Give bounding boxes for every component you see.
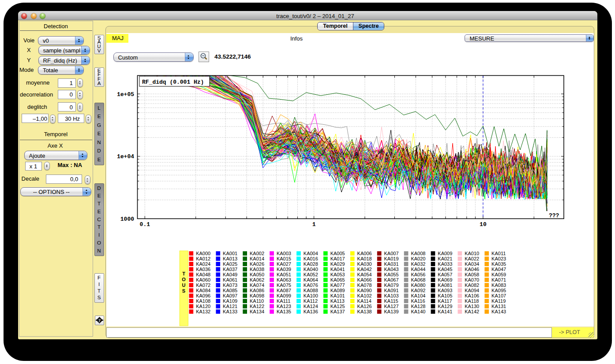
svg-text:KA120: KA120: [196, 304, 210, 309]
svg-text:KA045: KA045: [438, 267, 452, 272]
svg-text:KA038: KA038: [250, 267, 264, 272]
svg-text:KA132: KA132: [196, 309, 210, 314]
svg-text:KA100: KA100: [304, 293, 318, 298]
svg-text:KA104: KA104: [411, 293, 425, 298]
svg-text:KA080: KA080: [411, 282, 425, 288]
svg-text:KA125: KA125: [330, 304, 345, 309]
svg-text:KA058: KA058: [465, 272, 479, 277]
svg-text:KA078: KA078: [357, 282, 372, 288]
svg-text:KA079: KA079: [384, 282, 399, 288]
svg-text:KA062: KA062: [250, 277, 264, 282]
svg-text:KA023: KA023: [491, 256, 506, 261]
svg-text:KA012: KA012: [196, 256, 210, 261]
svg-text:KA122: KA122: [250, 304, 264, 309]
svg-text:KA046: KA046: [465, 267, 479, 272]
svg-text:KA107: KA107: [491, 293, 506, 298]
svg-text:KA119: KA119: [491, 298, 506, 304]
svg-text:KA126: KA126: [357, 304, 372, 309]
svg-text:KA143: KA143: [491, 309, 506, 314]
svg-text:KA011: KA011: [491, 251, 506, 256]
svg-text:0.1: 0.1: [140, 221, 150, 228]
svg-text:KA108: KA108: [196, 298, 210, 304]
svg-text:KA064: KA064: [304, 277, 318, 282]
svg-text:KA041: KA041: [330, 267, 345, 272]
svg-text:1e+05: 1e+05: [117, 91, 134, 98]
svg-text:KA015: KA015: [277, 256, 291, 261]
svg-text:KA086: KA086: [250, 288, 264, 293]
svg-text:KA135: KA135: [277, 309, 291, 314]
svg-text:KA139: KA139: [384, 309, 399, 314]
svg-text:KA109: KA109: [223, 298, 237, 304]
svg-text:KA043: KA043: [384, 267, 399, 272]
svg-text:KA105: KA105: [438, 293, 452, 298]
svg-text:KA073: KA073: [223, 282, 237, 288]
svg-text:KA019: KA019: [384, 256, 399, 261]
svg-text:KA009: KA009: [438, 251, 452, 256]
svg-text:10: 10: [480, 221, 487, 228]
svg-text:KA137: KA137: [330, 309, 345, 314]
svg-text:KA029: KA029: [330, 261, 345, 267]
svg-text:KA140: KA140: [411, 309, 425, 314]
svg-text:KA007: KA007: [384, 251, 399, 256]
svg-text:KA142: KA142: [465, 309, 479, 314]
svg-text:KA089: KA089: [330, 288, 345, 293]
svg-text:KA138: KA138: [357, 309, 372, 314]
svg-text:?: ?: [98, 318, 101, 323]
svg-text:KA004: KA004: [304, 251, 318, 256]
svg-text:KA134: KA134: [250, 309, 264, 314]
svg-text:KA082: KA082: [465, 282, 479, 288]
svg-text:KA121: KA121: [223, 304, 237, 309]
svg-text:KA095: KA095: [491, 288, 506, 293]
svg-text:KA031: KA031: [384, 261, 399, 267]
svg-text:S: S: [182, 288, 185, 293]
svg-text:1000: 1000: [120, 216, 134, 223]
svg-text:1e+04: 1e+04: [117, 153, 134, 160]
svg-text:KA114: KA114: [357, 298, 371, 304]
svg-text:KA093: KA093: [438, 288, 452, 293]
svg-text:KA014: KA014: [250, 256, 264, 261]
svg-text:KA085: KA085: [223, 288, 237, 293]
svg-text:KA101: KA101: [330, 293, 345, 298]
svg-text:KA066: KA066: [357, 277, 372, 282]
svg-text:KA054: KA054: [357, 272, 372, 277]
svg-text:KA036: KA036: [196, 267, 210, 272]
svg-text:KA090: KA090: [357, 288, 372, 293]
svg-text:KA003: KA003: [277, 251, 291, 256]
svg-text:KA018: KA018: [357, 256, 372, 261]
svg-text:KA016: KA016: [304, 256, 318, 261]
svg-text:KA027: KA027: [277, 261, 291, 267]
svg-text:KA102: KA102: [357, 293, 372, 298]
svg-text:KA033: KA033: [438, 261, 452, 267]
svg-text:KA052: KA052: [304, 272, 318, 277]
svg-text:KA096: KA096: [196, 293, 210, 298]
svg-text:KA130: KA130: [465, 304, 479, 309]
svg-text:KA042: KA042: [357, 267, 372, 272]
svg-text:KA051: KA051: [277, 272, 291, 277]
svg-text:KA025: KA025: [223, 261, 237, 267]
svg-text:KA000: KA000: [196, 251, 210, 256]
svg-text:KA087: KA087: [277, 288, 291, 293]
svg-text:KA057: KA057: [438, 272, 452, 277]
svg-text:KA010: KA010: [465, 251, 479, 256]
svg-text:KA128: KA128: [411, 304, 425, 309]
svg-text:KA133: KA133: [223, 309, 237, 314]
svg-text:KA077: KA077: [330, 282, 345, 288]
svg-text:KA124: KA124: [304, 304, 318, 309]
svg-text:RF_didq (0.001 Hz): RF_didq (0.001 Hz): [142, 79, 204, 85]
svg-text:KA098: KA098: [250, 293, 264, 298]
svg-text:KA049: KA049: [223, 272, 237, 277]
svg-text:1: 1: [312, 221, 316, 228]
svg-text:KA013: KA013: [223, 256, 237, 261]
svg-text:KA048: KA048: [196, 272, 210, 277]
svg-text:KA091: KA091: [384, 288, 399, 293]
svg-text:KA040: KA040: [304, 267, 318, 272]
svg-text:KA063: KA063: [277, 277, 291, 282]
svg-text:KA106: KA106: [465, 293, 479, 298]
svg-text:KA136: KA136: [304, 309, 318, 314]
svg-text:KA110: KA110: [250, 298, 264, 304]
svg-text:KA115: KA115: [384, 298, 398, 304]
svg-text:KA075: KA075: [277, 282, 291, 288]
svg-text:KA103: KA103: [384, 293, 399, 298]
svg-text:KA039: KA039: [277, 267, 291, 272]
svg-text:KA061: KA061: [223, 277, 237, 282]
